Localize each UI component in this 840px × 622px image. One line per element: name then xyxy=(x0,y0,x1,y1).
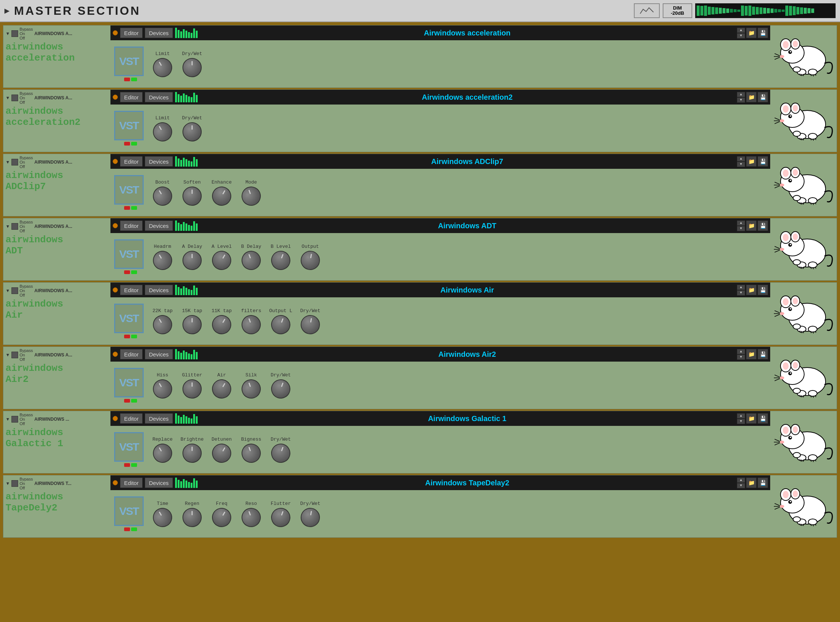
scroll-down-5[interactable]: ▼ xyxy=(737,290,745,296)
editor-button-7[interactable]: Editor xyxy=(120,413,143,424)
knob-3[interactable] xyxy=(239,248,264,273)
save-button-6[interactable]: 💾 xyxy=(758,349,768,360)
collapse-arrow-7[interactable]: ▼ xyxy=(6,417,10,422)
editor-button-1[interactable]: Editor xyxy=(120,28,143,38)
save-button-1[interactable]: 💾 xyxy=(758,28,768,38)
knob-3[interactable] xyxy=(239,377,264,401)
folder-button-3[interactable]: 📁 xyxy=(746,156,756,166)
knob-1[interactable] xyxy=(183,508,202,527)
devices-button-2[interactable]: Devices xyxy=(145,92,172,102)
folder-button-5[interactable]: 📁 xyxy=(746,285,756,295)
knob-4[interactable] xyxy=(268,312,293,337)
folder-button-6[interactable]: 📁 xyxy=(746,349,756,360)
knob-5[interactable] xyxy=(299,249,322,271)
knob-0[interactable] xyxy=(149,54,175,81)
devices-button-6[interactable]: Devices xyxy=(145,349,172,360)
save-button-5[interactable]: 💾 xyxy=(758,285,768,295)
knob-0[interactable] xyxy=(149,247,175,273)
collapse-arrow-5[interactable]: ▼ xyxy=(6,288,10,293)
knob-1[interactable] xyxy=(183,122,202,142)
power-button-1[interactable] xyxy=(11,30,18,37)
power-button-3[interactable] xyxy=(11,159,18,165)
scroll-up-1[interactable]: ▲ xyxy=(737,28,745,33)
power-button-2[interactable] xyxy=(11,95,18,101)
knob-4[interactable] xyxy=(268,505,293,530)
knob-1[interactable] xyxy=(183,186,202,206)
scroll-up-7[interactable]: ▲ xyxy=(737,413,745,418)
knob-2[interactable] xyxy=(208,311,235,338)
scroll-up-4[interactable]: ▲ xyxy=(737,221,745,226)
knob-5[interactable] xyxy=(299,506,322,528)
knob-3[interactable] xyxy=(239,312,264,337)
editor-button-6[interactable]: Editor xyxy=(120,349,143,360)
save-button-4[interactable]: 💾 xyxy=(758,221,768,231)
scroll-down-8[interactable]: ▼ xyxy=(737,483,745,488)
collapse-arrow-4[interactable]: ▼ xyxy=(6,224,10,229)
knob-0[interactable] xyxy=(149,440,175,466)
folder-button-1[interactable]: 📁 xyxy=(746,28,756,38)
save-button-2[interactable]: 💾 xyxy=(758,92,768,102)
scroll-up-3[interactable]: ▲ xyxy=(737,156,745,162)
knob-1[interactable] xyxy=(183,379,202,398)
devices-button-8[interactable]: Devices xyxy=(145,477,172,488)
power-button-8[interactable] xyxy=(11,480,18,487)
scroll-up-6[interactable]: ▲ xyxy=(737,349,745,354)
power-button-4[interactable] xyxy=(11,223,18,230)
save-button-7[interactable]: 💾 xyxy=(758,413,768,424)
folder-button-4[interactable]: 📁 xyxy=(746,221,756,231)
knob-4[interactable] xyxy=(268,248,293,273)
knob-0[interactable] xyxy=(149,183,175,209)
save-button-3[interactable]: 💾 xyxy=(758,156,768,166)
collapse-arrow-3[interactable]: ▼ xyxy=(6,160,10,165)
collapse-arrow-2[interactable]: ▼ xyxy=(6,95,10,101)
folder-button-8[interactable]: 📁 xyxy=(746,477,756,488)
collapse-arrow-6[interactable]: ▼ xyxy=(6,352,10,358)
collapse-arrow-1[interactable]: ▼ xyxy=(6,31,10,36)
knob-1[interactable] xyxy=(183,444,202,463)
devices-button-3[interactable]: Devices xyxy=(145,156,172,166)
scroll-down-1[interactable]: ▼ xyxy=(737,33,745,38)
folder-button-7[interactable]: 📁 xyxy=(746,413,756,424)
power-button-7[interactable] xyxy=(11,416,18,422)
editor-button-2[interactable]: Editor xyxy=(120,92,143,102)
knob-0[interactable] xyxy=(149,119,175,145)
power-button-5[interactable] xyxy=(11,287,18,294)
collapse-arrow[interactable]: ▶ xyxy=(5,7,10,15)
devices-button-1[interactable]: Devices xyxy=(145,28,172,38)
knob-5[interactable] xyxy=(299,313,322,335)
editor-button-3[interactable]: Editor xyxy=(120,156,143,166)
knob-1[interactable] xyxy=(183,315,202,334)
knob-2[interactable] xyxy=(208,504,235,531)
devices-button-7[interactable]: Devices xyxy=(145,413,172,424)
devices-button-4[interactable]: Devices xyxy=(145,221,172,231)
knob-1[interactable] xyxy=(183,58,202,77)
scroll-down-3[interactable]: ▼ xyxy=(737,162,745,167)
scroll-down-4[interactable]: ▼ xyxy=(737,226,745,231)
knob-2[interactable] xyxy=(208,376,235,402)
scroll-up-2[interactable]: ▲ xyxy=(737,92,745,97)
graph-button[interactable] xyxy=(634,3,660,18)
dim-button[interactable]: DIM -20dB xyxy=(663,3,692,18)
folder-button-2[interactable]: 📁 xyxy=(746,92,756,102)
knob-3[interactable] xyxy=(239,441,264,465)
scroll-up-8[interactable]: ▲ xyxy=(737,477,745,483)
power-button-6[interactable] xyxy=(11,352,18,358)
collapse-arrow-8[interactable]: ▼ xyxy=(6,481,10,486)
devices-button-5[interactable]: Devices xyxy=(145,285,172,295)
knob-0[interactable] xyxy=(149,376,175,402)
knob-4[interactable] xyxy=(268,441,293,465)
knob-0[interactable] xyxy=(149,311,175,338)
editor-button-8[interactable]: Editor xyxy=(120,477,143,488)
save-button-8[interactable]: 💾 xyxy=(758,477,768,488)
scroll-down-2[interactable]: ▼ xyxy=(737,98,745,103)
knob-3[interactable] xyxy=(239,184,264,208)
knob-1[interactable] xyxy=(183,251,202,270)
knob-2[interactable] xyxy=(208,183,235,209)
knob-2[interactable] xyxy=(208,440,235,466)
scroll-up-5[interactable]: ▲ xyxy=(737,285,745,290)
editor-button-4[interactable]: Editor xyxy=(120,221,143,231)
scroll-down-7[interactable]: ▼ xyxy=(737,419,745,424)
knob-4[interactable] xyxy=(268,377,293,401)
knob-2[interactable] xyxy=(208,247,235,273)
scroll-down-6[interactable]: ▼ xyxy=(737,355,745,360)
